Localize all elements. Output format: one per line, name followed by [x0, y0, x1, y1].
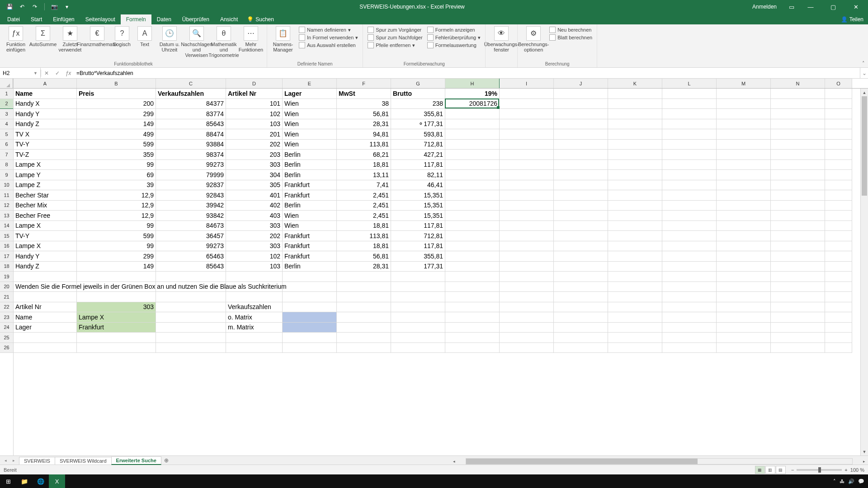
cell[interactable]	[608, 160, 662, 170]
cell[interactable]	[608, 323, 662, 333]
cell[interactable]	[825, 323, 852, 333]
chevron-down-icon[interactable]: ▼	[33, 71, 38, 75]
cell[interactable]	[717, 323, 771, 333]
cancel-formula-icon[interactable]: ✕	[41, 70, 52, 76]
cell[interactable]: Frankfurt	[283, 231, 337, 241]
cell[interactable]: 403	[226, 211, 283, 221]
cell[interactable]	[825, 343, 852, 353]
cell[interactable]: 39	[77, 180, 156, 191]
save-icon[interactable]: 💾	[5, 2, 14, 12]
cell[interactable]: Becher Free	[14, 211, 77, 221]
cell[interactable]	[554, 140, 608, 150]
cell[interactable]	[717, 160, 771, 170]
cell[interactable]	[825, 140, 852, 150]
cell[interactable]: 13,11	[337, 170, 391, 180]
cell[interactable]: 68,21	[337, 150, 391, 160]
cell[interactable]	[662, 160, 717, 170]
cell[interactable]	[500, 170, 554, 180]
row-header-23[interactable]: 23	[0, 312, 13, 323]
start-button[interactable]: ⊞	[0, 474, 16, 488]
cell[interactable]	[771, 180, 825, 191]
scrollbar-thumb[interactable]	[466, 459, 698, 464]
minimize-icon[interactable]: —	[800, 2, 821, 12]
cell[interactable]	[825, 302, 852, 313]
cell[interactable]: 103	[226, 262, 283, 272]
cell[interactable]: TV-Y	[14, 231, 77, 241]
cell[interactable]: 84377	[156, 99, 226, 109]
cell[interactable]: Handy Z	[14, 262, 77, 272]
cell[interactable]	[14, 292, 77, 302]
cell[interactable]	[608, 109, 662, 119]
cell[interactable]	[662, 129, 717, 140]
cell[interactable]	[554, 302, 608, 313]
cell[interactable]: Handy X	[14, 99, 77, 109]
cell[interactable]	[771, 119, 825, 130]
sheet-tab[interactable]: SVERWEIS Wildcard	[55, 457, 112, 465]
cell[interactable]: Verkaufszahlen	[156, 89, 226, 99]
insert-function-button[interactable]: ƒxFunktion einfügen	[3, 25, 29, 52]
cell[interactable]: 15,351	[391, 211, 445, 221]
cell[interactable]	[445, 231, 500, 241]
cell[interactable]: 355,81	[391, 109, 445, 119]
cell[interactable]: 303	[226, 241, 283, 252]
row-header-7[interactable]: 7	[0, 150, 13, 160]
cell[interactable]	[825, 272, 852, 282]
cell[interactable]	[717, 99, 771, 109]
cell[interactable]	[445, 211, 500, 221]
cell[interactable]	[554, 241, 608, 252]
cell[interactable]	[283, 323, 337, 333]
cell[interactable]: Lampe X	[77, 312, 156, 323]
evaluate-formula-button[interactable]: Formelauswertung	[425, 42, 483, 49]
calculate-now-button[interactable]: Neu berechnen	[547, 26, 594, 33]
horizontal-scrollbar[interactable]	[466, 458, 853, 465]
cell[interactable]	[717, 231, 771, 241]
notification-icon[interactable]: 💬	[858, 479, 864, 484]
cell[interactable]	[662, 221, 717, 231]
cell[interactable]	[662, 323, 717, 333]
cell[interactable]: 303	[226, 160, 283, 170]
tell-me-search[interactable]: 💡 Suchen	[243, 14, 278, 24]
cell[interactable]	[445, 241, 500, 252]
cell[interactable]	[554, 99, 608, 109]
cell[interactable]: Name	[14, 89, 77, 99]
cell[interactable]	[771, 292, 825, 302]
cell[interactable]: 99	[77, 241, 156, 252]
cell[interactable]: 113,81	[337, 231, 391, 241]
cell[interactable]	[445, 201, 500, 211]
more-functions-button[interactable]: ⋯Mehr Funktionen	[238, 25, 264, 52]
row-header-18[interactable]: 18	[0, 262, 13, 272]
cell[interactable]	[226, 272, 283, 282]
cell[interactable]	[226, 343, 283, 353]
cell[interactable]	[662, 292, 717, 302]
cell[interactable]	[391, 302, 445, 313]
cell[interactable]	[500, 251, 554, 262]
cell[interactable]	[662, 272, 717, 282]
cell[interactable]	[283, 333, 337, 343]
cell[interactable]: 102	[226, 109, 283, 119]
cell[interactable]	[717, 211, 771, 221]
column-header-N[interactable]: N	[771, 79, 825, 88]
cell[interactable]	[337, 343, 391, 353]
cell[interactable]	[156, 333, 226, 343]
row-header-4[interactable]: 4	[0, 119, 13, 130]
cell[interactable]: 299	[77, 251, 156, 262]
cell[interactable]: 98374	[156, 150, 226, 160]
cell[interactable]	[608, 292, 662, 302]
cell[interactable]: 303	[77, 302, 156, 313]
cell[interactable]	[554, 292, 608, 302]
cell[interactable]	[662, 343, 717, 353]
cell[interactable]	[391, 333, 445, 343]
cell[interactable]	[445, 119, 500, 130]
cell[interactable]	[500, 323, 554, 333]
cell[interactable]: 712,81	[391, 231, 445, 241]
row-header-11[interactable]: 11	[0, 190, 13, 201]
cell[interactable]: Wien	[283, 129, 337, 140]
cell[interactable]	[608, 231, 662, 241]
cell[interactable]: Artikel Nr	[226, 89, 283, 99]
cell[interactable]	[771, 302, 825, 313]
cell[interactable]: 19%	[445, 89, 500, 99]
cell[interactable]	[500, 180, 554, 191]
vertical-scrollbar[interactable]: ▲ ▼	[860, 89, 868, 455]
row-header-13[interactable]: 13	[0, 211, 13, 221]
cell[interactable]	[608, 150, 662, 160]
